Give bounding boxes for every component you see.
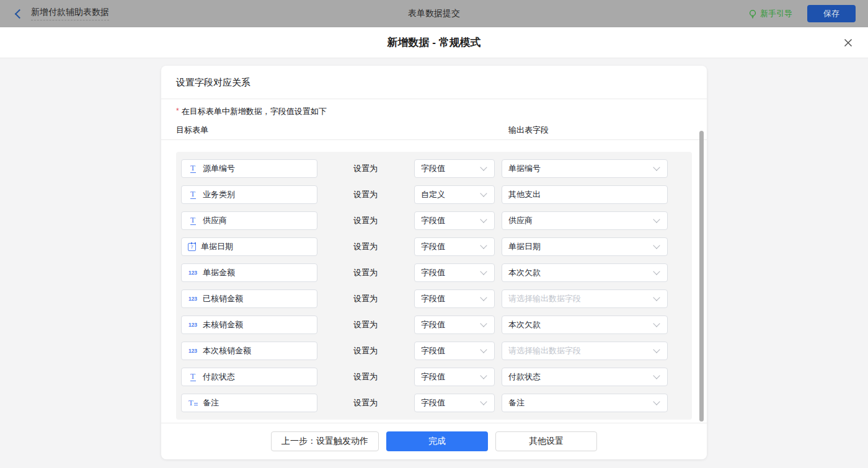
chevron-down-icon bbox=[480, 242, 487, 249]
other-settings-button[interactable]: 其他设置 bbox=[495, 431, 597, 451]
set-as-label: 设置为 bbox=[353, 345, 378, 356]
chevron-down-icon bbox=[653, 164, 660, 170]
field-mapping-card: 设置字段对应关系 *在目标表单中新增数据，字段值设置如下 目标表单 输出表字段 … bbox=[161, 66, 707, 459]
field-mapping-row: 123 已核销金额 设置为 字段值 请选择输出数据字段 bbox=[181, 289, 687, 308]
chevron-down-icon bbox=[480, 346, 487, 353]
output-field-value: 供应商 bbox=[508, 215, 533, 226]
chevron-down-icon bbox=[653, 294, 660, 301]
output-field-select[interactable]: 单据日期 bbox=[502, 237, 668, 256]
number-field-icon: 123 bbox=[188, 322, 198, 328]
output-field-select[interactable]: 本次欠款 bbox=[502, 316, 668, 334]
previous-step-button[interactable]: 上一步：设置触发动作 bbox=[271, 431, 379, 451]
close-icon[interactable] bbox=[843, 38, 853, 48]
output-field-value: 备注 bbox=[508, 397, 525, 408]
field-mapping-row: 123 单据金额 设置为 字段值 本次欠款 bbox=[181, 263, 687, 282]
target-field-box: T 业务类别 bbox=[181, 185, 317, 204]
value-mode-select[interactable]: 字段值 bbox=[414, 237, 495, 256]
column-header-divider bbox=[161, 139, 707, 140]
set-as-label: 设置为 bbox=[353, 397, 378, 408]
topbar-center-title: 表单数据提交 bbox=[0, 8, 868, 19]
set-as-label: 设置为 bbox=[353, 267, 378, 278]
value-mode-selected: 字段值 bbox=[421, 267, 445, 278]
value-mode-select[interactable]: 字段值 bbox=[414, 342, 495, 360]
instruction-text: 在目标表单中新增数据，字段值设置如下 bbox=[182, 107, 327, 116]
value-mode-selected: 字段值 bbox=[421, 241, 445, 252]
value-mode-selected: 字段值 bbox=[421, 163, 445, 174]
column-header-output-fields: 输出表字段 bbox=[508, 125, 549, 136]
field-mapping-row: 7 单据日期 设置为 字段值 单据日期 bbox=[181, 237, 687, 256]
chevron-down-icon bbox=[653, 320, 660, 327]
output-field-select[interactable]: 付款状态 bbox=[502, 368, 668, 386]
chevron-down-icon bbox=[653, 398, 660, 405]
target-field-label: 单据金额 bbox=[203, 267, 235, 278]
target-field-box: T 源单编号 bbox=[181, 159, 317, 178]
field-mapping-row: T 供应商 设置为 字段值 供应商 bbox=[181, 211, 687, 230]
value-mode-select[interactable]: 自定义 bbox=[414, 185, 495, 204]
output-field-value: 本次欠款 bbox=[508, 267, 541, 278]
target-field-label: 已核销金额 bbox=[203, 293, 243, 304]
custom-value-input[interactable]: 其他支出 bbox=[502, 185, 668, 204]
beginner-guide-link[interactable]: 新手引导 bbox=[748, 8, 792, 19]
mapping-rows: T 源单编号 设置为 字段值 单据编号 T 业务类别 设置为 自定义 其他支出 … bbox=[176, 152, 692, 420]
output-field-select[interactable]: 备注 bbox=[502, 394, 668, 412]
lightbulb-icon bbox=[748, 9, 757, 19]
target-field-label: 单据日期 bbox=[201, 241, 233, 252]
value-mode-selected: 字段值 bbox=[421, 215, 445, 226]
chevron-down-icon bbox=[480, 372, 487, 379]
modal-title: 新增数据 - 常规模式 bbox=[387, 35, 480, 50]
value-mode-select[interactable]: 字段值 bbox=[414, 394, 495, 412]
output-field-value: 付款状态 bbox=[508, 371, 541, 382]
target-field-box: 123 单据金额 bbox=[181, 263, 317, 282]
card-footer: 上一步：设置触发动作 完成 其他设置 bbox=[161, 423, 707, 459]
target-field-box: 123 未核销金额 bbox=[181, 316, 317, 334]
number-field-icon: 123 bbox=[188, 348, 198, 354]
output-field-select[interactable]: 请选择输出数据字段 bbox=[502, 289, 668, 308]
chevron-down-icon bbox=[480, 216, 487, 223]
field-mapping-row: 123 未核销金额 设置为 字段值 本次欠款 bbox=[181, 316, 687, 334]
back-button[interactable] bbox=[12, 8, 24, 19]
target-field-label: 备注 bbox=[203, 397, 219, 408]
set-as-label: 设置为 bbox=[353, 293, 378, 304]
set-as-label: 设置为 bbox=[353, 371, 378, 382]
value-mode-selected: 字段值 bbox=[421, 293, 445, 304]
output-field-value: 请选择输出数据字段 bbox=[508, 293, 581, 304]
value-mode-select[interactable]: 字段值 bbox=[414, 211, 495, 230]
set-as-label: 设置为 bbox=[353, 241, 378, 252]
output-field-value: 本次欠款 bbox=[508, 319, 541, 330]
save-button[interactable]: 保存 bbox=[807, 5, 856, 22]
target-field-box: T 供应商 bbox=[181, 211, 317, 230]
finish-button[interactable]: 完成 bbox=[386, 431, 488, 451]
field-mapping-row: T 备注 设置为 字段值 备注 bbox=[181, 394, 687, 412]
output-field-value: 请选择输出数据字段 bbox=[508, 345, 581, 356]
target-field-box: 7 单据日期 bbox=[181, 237, 317, 256]
value-mode-select[interactable]: 字段值 bbox=[414, 159, 495, 178]
top-bar: 新增付款辅助表数据 表单数据提交 新手引导 保存 bbox=[0, 0, 868, 27]
chevron-down-icon bbox=[480, 164, 487, 170]
set-as-label: 设置为 bbox=[353, 215, 378, 226]
field-mapping-row: T 业务类别 设置为 自定义 其他支出 bbox=[181, 185, 687, 204]
value-mode-select[interactable]: 字段值 bbox=[414, 368, 495, 386]
chevron-down-icon bbox=[653, 216, 660, 223]
value-mode-select[interactable]: 字段值 bbox=[414, 316, 495, 334]
value-mode-select[interactable]: 字段值 bbox=[414, 263, 495, 282]
card-body: *在目标表单中新增数据，字段值设置如下 目标表单 输出表字段 T 源单编号 设置… bbox=[161, 99, 707, 423]
workflow-title[interactable]: 新增付款辅助表数据 bbox=[31, 7, 109, 20]
chevron-down-icon bbox=[653, 242, 660, 249]
column-headers: 目标表单 输出表字段 bbox=[176, 125, 692, 139]
output-field-value: 其他支出 bbox=[508, 189, 541, 200]
target-field-box: 123 已核销金额 bbox=[181, 289, 317, 308]
target-field-label: 本次核销金额 bbox=[203, 345, 251, 356]
target-field-box: T 备注 bbox=[181, 394, 317, 412]
target-field-label: 付款状态 bbox=[203, 371, 235, 382]
chevron-down-icon bbox=[653, 346, 660, 353]
value-mode-select[interactable]: 字段值 bbox=[414, 289, 495, 308]
output-field-select[interactable]: 供应商 bbox=[502, 211, 668, 230]
chevron-down-icon bbox=[480, 190, 487, 196]
target-field-box: 123 本次核销金额 bbox=[181, 342, 317, 360]
output-field-select[interactable]: 请选择输出数据字段 bbox=[502, 342, 668, 360]
vertical-scrollbar-thumb[interactable] bbox=[699, 131, 704, 422]
output-field-select[interactable]: 单据编号 bbox=[502, 159, 668, 178]
output-field-select[interactable]: 本次欠款 bbox=[502, 263, 668, 282]
value-mode-selected: 字段值 bbox=[421, 397, 445, 408]
target-field-label: 供应商 bbox=[203, 215, 227, 226]
